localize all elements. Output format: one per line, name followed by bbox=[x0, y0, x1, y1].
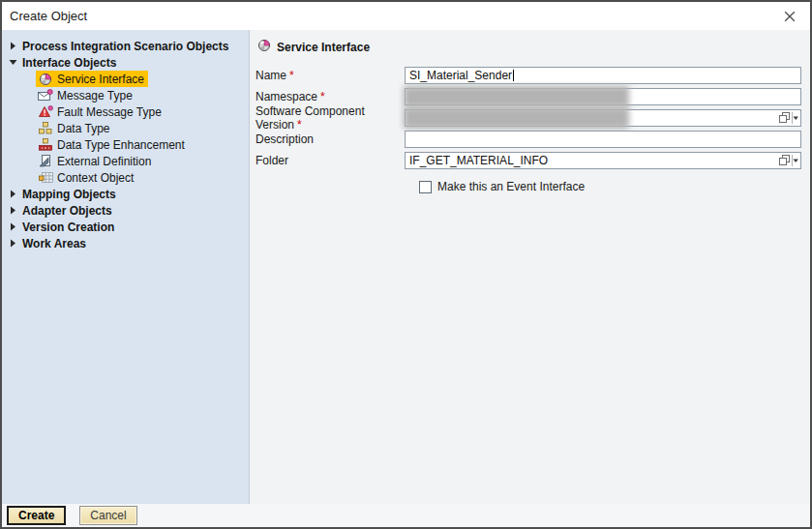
service-interface-icon bbox=[38, 73, 53, 86]
cancel-button[interactable]: Cancel bbox=[79, 506, 136, 525]
event-interface-row: Make this an Event Interface bbox=[419, 180, 801, 193]
software-component-version-input[interactable] bbox=[405, 109, 801, 127]
collapsed-arrow-icon[interactable] bbox=[9, 190, 17, 198]
tree-item-label: Process Integration Scenario Objects bbox=[22, 40, 228, 53]
tree-item-label: Service Interface bbox=[57, 73, 144, 86]
close-button[interactable] bbox=[777, 6, 802, 27]
tree-item-service-interface[interactable]: Service Interface bbox=[2, 71, 249, 87]
collapsed-arrow-icon[interactable] bbox=[9, 222, 17, 231]
data-type-enhancement-icon bbox=[38, 138, 53, 151]
form-row-description: Description bbox=[256, 129, 801, 150]
close-icon bbox=[783, 10, 797, 23]
tree-item-process-integration-scenario-objects[interactable]: Process Integration Scenario Objects bbox=[2, 38, 249, 54]
tree-item-data-type-enhancement[interactable]: Data Type Enhancement bbox=[2, 136, 249, 153]
value-help-icon[interactable] bbox=[778, 154, 799, 170]
tree-item-label: Context Object bbox=[57, 171, 134, 185]
form-row-name: Name* SI_Material_Sender bbox=[256, 65, 801, 86]
event-interface-label: Make this an Event Interface bbox=[437, 180, 585, 193]
create-object-dialog: Create Object Process Integration Scenar… bbox=[0, 0, 812, 529]
name-value: SI_Material_Sender bbox=[409, 69, 512, 82]
selected-highlight: Service Interface bbox=[36, 71, 148, 87]
external-definition-icon bbox=[38, 155, 53, 167]
form-row-folder: Folder IF_GET_MATERIAL_INFO bbox=[256, 150, 801, 171]
tree-item-version-creation[interactable]: Version Creation bbox=[2, 219, 249, 235]
folder-input[interactable]: IF_GET_MATERIAL_INFO bbox=[405, 152, 801, 169]
tree-item-fault-message-type[interactable]: Fault Message Type bbox=[2, 103, 249, 120]
service-interface-form: Service Interface Name* SI_Material_Send… bbox=[250, 30, 810, 504]
namespace-label: Namespace* bbox=[256, 90, 405, 103]
message-type-icon bbox=[38, 89, 53, 102]
description-label: Description bbox=[256, 132, 405, 146]
form-header: Service Interface bbox=[257, 39, 801, 55]
tree-item-adapter-objects[interactable]: Adapter Objects bbox=[2, 202, 249, 219]
button-bar: Create Cancel bbox=[2, 504, 810, 527]
data-type-icon bbox=[38, 122, 53, 134]
tree-item-data-type[interactable]: Data Type bbox=[2, 120, 249, 136]
tree-item-label: Fault Message Type bbox=[57, 105, 162, 119]
object-type-tree: Process Integration Scenario Objects Int… bbox=[2, 30, 250, 504]
tree-item-interface-objects[interactable]: Interface Objects bbox=[2, 54, 249, 71]
tree-item-work-areas[interactable]: Work Areas bbox=[2, 235, 249, 251]
tree-item-label: Data Type bbox=[57, 122, 109, 135]
dialog-title: Create Object bbox=[10, 9, 777, 23]
required-marker: * bbox=[320, 90, 325, 103]
tree-item-message-type[interactable]: Message Type bbox=[2, 87, 249, 103]
collapsed-arrow-icon[interactable] bbox=[9, 239, 17, 248]
context-object-icon bbox=[38, 172, 53, 184]
service-interface-icon bbox=[257, 39, 271, 55]
tree-item-label: Mapping Objects bbox=[22, 188, 116, 201]
value-help-icon[interactable] bbox=[778, 111, 799, 128]
redacted-value bbox=[404, 86, 629, 107]
required-marker: * bbox=[297, 118, 302, 132]
tree-item-label: Work Areas bbox=[22, 237, 86, 250]
event-interface-checkbox[interactable] bbox=[419, 181, 432, 193]
folder-value: IF_GET_MATERIAL_INFO bbox=[409, 154, 548, 167]
form-title: Service Interface bbox=[277, 41, 370, 54]
namespace-input[interactable] bbox=[405, 88, 801, 105]
create-button[interactable]: Create bbox=[7, 506, 66, 525]
title-bar: Create Object bbox=[2, 2, 810, 30]
text-cursor bbox=[513, 70, 514, 81]
name-input[interactable]: SI_Material_Sender bbox=[405, 67, 801, 84]
tree-item-label: Data Type Enhancement bbox=[57, 138, 185, 152]
name-label: Name* bbox=[256, 69, 405, 82]
collapsed-arrow-icon[interactable] bbox=[9, 42, 17, 50]
folder-label: Folder bbox=[256, 154, 405, 167]
expanded-arrow-icon[interactable] bbox=[9, 59, 17, 66]
dialog-content: Process Integration Scenario Objects Int… bbox=[2, 30, 810, 504]
software-component-version-label: Software Component Version* bbox=[256, 104, 405, 132]
tree-item-mapping-objects[interactable]: Mapping Objects bbox=[2, 186, 249, 202]
tree-item-label: External Definition bbox=[57, 155, 151, 168]
description-input[interactable] bbox=[405, 131, 801, 148]
required-marker: * bbox=[289, 69, 294, 82]
tree-item-external-definition[interactable]: External Definition bbox=[2, 153, 249, 169]
fault-message-type-icon bbox=[38, 105, 53, 118]
form-row-software-component-version: Software Component Version* bbox=[256, 107, 801, 129]
tree-item-label: Interface Objects bbox=[22, 56, 116, 70]
tree-item-label: Version Creation bbox=[22, 220, 114, 234]
tree-item-label: Message Type bbox=[57, 89, 133, 103]
tree-item-label: Adapter Objects bbox=[22, 204, 112, 218]
redacted-value bbox=[404, 107, 629, 129]
tree-item-context-object[interactable]: Context Object bbox=[2, 169, 249, 186]
collapsed-arrow-icon[interactable] bbox=[9, 206, 17, 215]
